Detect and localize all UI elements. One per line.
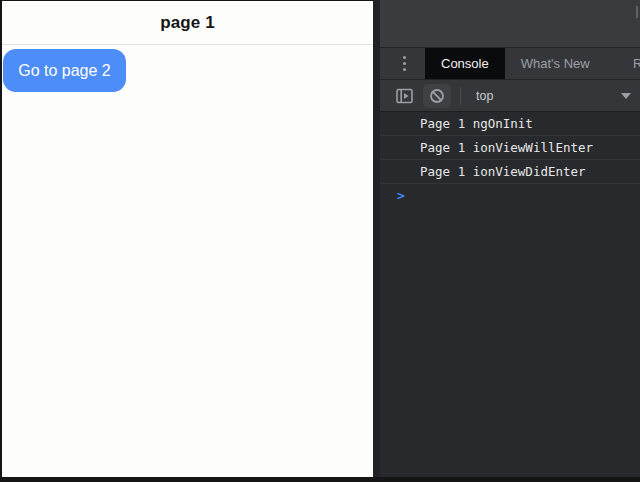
console-toolbar: top (380, 79, 640, 112)
console-input-line[interactable]: > (380, 184, 640, 207)
page-title: page 1 (160, 13, 214, 33)
go-to-page-2-button[interactable]: Go to page 2 (3, 49, 126, 92)
tab-whats-new[interactable]: What's New (505, 48, 606, 79)
app-header: page 1 (2, 1, 373, 45)
kebab-menu-icon[interactable] (392, 48, 416, 79)
devtools-tab-bar: Console What's New R (380, 48, 640, 79)
app-panel: page 1 Go to page 2 (2, 1, 373, 477)
tab-console[interactable]: Console (425, 48, 505, 79)
devtools-resize-gutter[interactable] (373, 0, 380, 477)
frame-context-selector[interactable]: top (476, 89, 493, 103)
clear-console-icon[interactable] (423, 84, 451, 108)
clipped-edge-icon (636, 6, 638, 18)
devtools-panel: Console What's New R top (373, 0, 640, 477)
toolbar-separator (460, 87, 461, 105)
devtools-main: Console What's New R top (380, 0, 640, 477)
devtools-top-area (380, 0, 640, 48)
console-prompt-icon: > (397, 188, 405, 203)
console-message: Page 1 ionViewDidEnter (380, 160, 640, 184)
console-message: Page 1 ionViewWillEnter (380, 136, 640, 160)
console-log-area[interactable]: Page 1 ngOnInit Page 1 ionViewWillEnter … (380, 112, 640, 477)
console-message: Page 1 ngOnInit (380, 112, 640, 136)
chevron-down-icon[interactable] (621, 93, 631, 99)
tab-partial-clipped[interactable]: R (633, 48, 640, 79)
console-sidebar-toggle-icon[interactable] (396, 88, 414, 104)
